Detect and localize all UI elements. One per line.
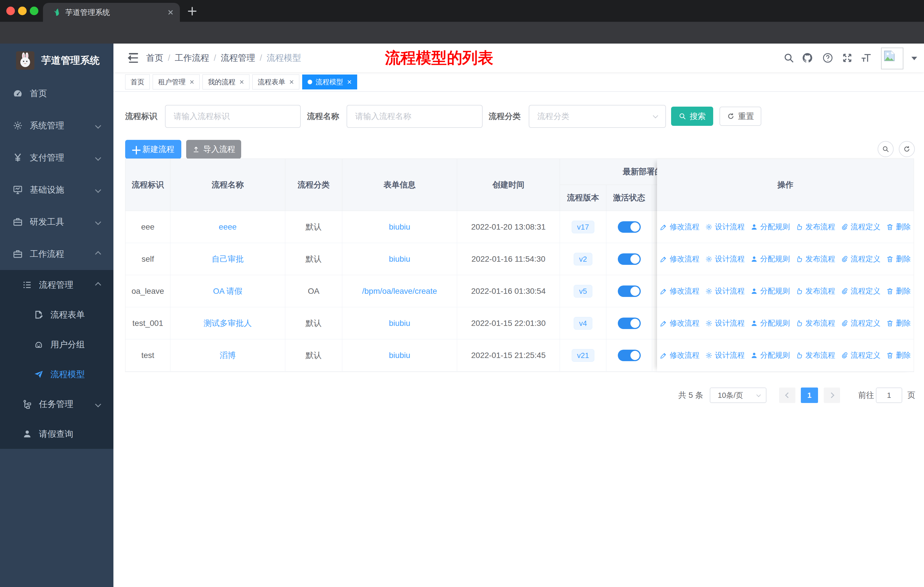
- action-modify[interactable]: 修改流程: [660, 222, 700, 232]
- import-process-button[interactable]: 导入流程: [186, 140, 241, 159]
- form-info-link[interactable]: /bpm/oa/leave/create: [362, 287, 437, 296]
- help-icon[interactable]: [822, 52, 833, 64]
- sidebar-item-process-form[interactable]: 流程表单: [0, 300, 114, 330]
- action-deploy[interactable]: 发布流程: [796, 286, 835, 296]
- active-toggle[interactable]: [618, 350, 641, 361]
- breadcrumb-home[interactable]: 首页: [146, 52, 163, 64]
- traffic-light-close[interactable]: [6, 7, 15, 15]
- font-size-icon[interactable]: [860, 52, 872, 64]
- new-tab-button[interactable]: [188, 7, 196, 15]
- sidebar-item-leave-query[interactable]: 请假查询: [0, 419, 114, 449]
- action-deploy[interactable]: 发布流程: [796, 254, 835, 264]
- view-tag[interactable]: 我的流程: [203, 74, 249, 89]
- active-toggle[interactable]: [618, 221, 641, 233]
- breadcrumb-process-mgmt[interactable]: 流程管理: [221, 52, 255, 64]
- page-size-select[interactable]: 10条/页: [710, 387, 766, 403]
- action-design[interactable]: 设计流程: [705, 254, 745, 264]
- avatar-caret-down-icon[interactable]: [911, 57, 917, 63]
- sidebar-item-infra[interactable]: 基础设施: [0, 174, 114, 206]
- action-design[interactable]: 设计流程: [705, 222, 745, 232]
- action-delete[interactable]: 删除: [886, 350, 911, 360]
- action-assign-rule[interactable]: 分配规则: [751, 254, 790, 264]
- sidebar-item-task-mgmt[interactable]: 任务管理: [0, 389, 114, 419]
- github-icon[interactable]: [802, 52, 813, 64]
- category-select[interactable]: 流程分类: [529, 105, 666, 128]
- sidebar-item-system[interactable]: 系统管理: [0, 109, 114, 142]
- action-deploy[interactable]: 发布流程: [796, 350, 835, 360]
- prev-page-button[interactable]: [779, 387, 795, 403]
- process-name-link[interactable]: 滔博: [220, 350, 236, 361]
- show-search-button[interactable]: [878, 141, 894, 157]
- sidebar-toggle-icon[interactable]: [125, 53, 138, 63]
- action-assign-rule[interactable]: 分配规则: [751, 222, 790, 232]
- create-process-button[interactable]: 新建流程: [125, 140, 181, 159]
- action-definition[interactable]: 流程定义: [841, 222, 881, 232]
- tag-close-icon[interactable]: [239, 80, 244, 84]
- refresh-table-button[interactable]: [899, 141, 915, 157]
- action-delete[interactable]: 删除: [886, 318, 911, 328]
- action-delete[interactable]: 删除: [886, 286, 911, 296]
- form-info-link[interactable]: biubiu: [389, 255, 411, 264]
- sidebar-item-payment[interactable]: 支付管理: [0, 142, 114, 174]
- action-design[interactable]: 设计流程: [705, 286, 745, 296]
- version-badge: v17: [572, 221, 595, 233]
- action-assign-rule[interactable]: 分配规则: [751, 350, 790, 360]
- reset-button[interactable]: 重置: [719, 107, 761, 126]
- action-design[interactable]: 设计流程: [705, 318, 745, 328]
- action-delete[interactable]: 删除: [886, 222, 911, 232]
- process-name-link[interactable]: 测试多审批人: [204, 318, 252, 329]
- process-name-input[interactable]: [346, 105, 483, 128]
- action-deploy[interactable]: 发布流程: [796, 222, 835, 232]
- search-button[interactable]: 搜索: [671, 107, 713, 126]
- view-tag[interactable]: 流程模型: [302, 74, 357, 89]
- browser-tab[interactable]: 芋道管理系统: [43, 3, 180, 22]
- active-toggle[interactable]: [618, 286, 641, 297]
- tag-close-icon[interactable]: [190, 80, 194, 84]
- sidebar-item-process-mgmt[interactable]: 流程管理: [0, 270, 114, 300]
- sidebar-item-home[interactable]: 首页: [0, 78, 114, 109]
- process-key-input[interactable]: [165, 105, 301, 128]
- current-page-button[interactable]: 1: [801, 387, 818, 403]
- sidebar-item-workflow[interactable]: 工作流程: [0, 238, 114, 270]
- sidebar-logo[interactable]: 芋道管理系统: [0, 43, 114, 78]
- sidebar-item-devtools[interactable]: 研发工具: [0, 206, 114, 238]
- active-toggle[interactable]: [618, 317, 641, 329]
- traffic-light-zoom[interactable]: [30, 7, 38, 15]
- action-design[interactable]: 设计流程: [705, 350, 745, 360]
- next-page-button[interactable]: [824, 387, 840, 403]
- form-info-link[interactable]: biubiu: [389, 351, 411, 360]
- process-name-link[interactable]: OA 请假: [213, 286, 243, 297]
- fullscreen-icon[interactable]: [842, 52, 853, 64]
- action-definition[interactable]: 流程定义: [841, 318, 881, 328]
- action-modify[interactable]: 修改流程: [660, 254, 700, 264]
- process-name-link[interactable]: eeee: [219, 222, 237, 231]
- goto-page-input[interactable]: [876, 387, 902, 403]
- action-definition[interactable]: 流程定义: [841, 254, 881, 264]
- tab-close-icon[interactable]: [167, 9, 173, 15]
- action-definition[interactable]: 流程定义: [841, 286, 881, 296]
- sidebar-item-user-group[interactable]: 用户分组: [0, 330, 114, 359]
- action-modify[interactable]: 修改流程: [660, 350, 700, 360]
- form-info-link[interactable]: biubiu: [389, 319, 411, 328]
- filter-key-label: 流程标识: [125, 105, 157, 128]
- sidebar-item-process-model[interactable]: 流程模型: [0, 359, 114, 389]
- tag-close-icon[interactable]: [289, 80, 294, 84]
- search-icon[interactable]: [783, 52, 795, 64]
- action-definition[interactable]: 流程定义: [841, 350, 881, 360]
- active-toggle[interactable]: [618, 253, 641, 265]
- process-name-link[interactable]: 自己审批: [212, 254, 244, 265]
- action-modify[interactable]: 修改流程: [660, 318, 700, 328]
- tag-close-icon[interactable]: [347, 80, 352, 84]
- action-assign-rule[interactable]: 分配规则: [751, 286, 790, 296]
- action-modify[interactable]: 修改流程: [660, 286, 700, 296]
- breadcrumb-workflow[interactable]: 工作流程: [175, 52, 209, 64]
- view-tag[interactable]: 首页: [125, 74, 150, 89]
- user-avatar[interactable]: [881, 48, 903, 69]
- action-assign-rule[interactable]: 分配规则: [751, 318, 790, 328]
- traffic-light-minimize[interactable]: [18, 7, 26, 15]
- action-delete[interactable]: 删除: [886, 254, 911, 264]
- form-info-link[interactable]: biubiu: [389, 222, 411, 231]
- view-tag[interactable]: 租户管理: [153, 74, 200, 89]
- view-tag[interactable]: 流程表单: [252, 74, 299, 89]
- action-deploy[interactable]: 发布流程: [796, 318, 835, 328]
